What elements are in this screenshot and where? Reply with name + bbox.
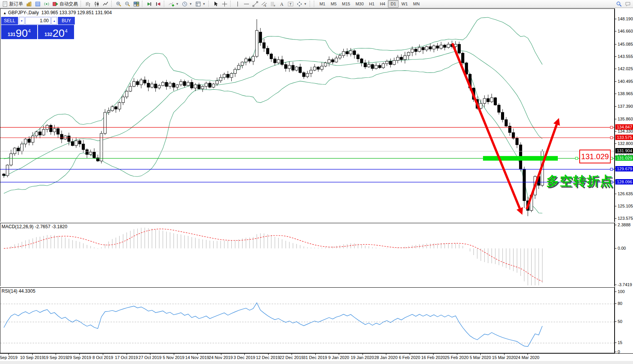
time-axis[interactable]: Sep 201910 Sep 201919 Sep 201929 Sep 201… — [0, 353, 633, 361]
equidistant-channel-button[interactable]: E — [260, 0, 269, 8]
candle — [42, 129, 45, 135]
date-label: 15 Mar 2020 — [492, 355, 516, 360]
candle — [17, 148, 20, 152]
ask-integer: 132 — [45, 32, 52, 37]
sell-price-button[interactable]: 131904 — [1, 25, 37, 39]
price-chart-canvas[interactable] — [0, 9, 614, 222]
candle — [201, 86, 204, 89]
support-zone-bar[interactable] — [483, 156, 558, 161]
timeframe-mn-button[interactable]: MN — [410, 0, 422, 8]
macd-signal-line — [4, 229, 542, 282]
toolbar-separator — [111, 1, 113, 7]
candle — [241, 62, 244, 66]
rsi-tick: 100 — [618, 289, 625, 294]
support-price-label[interactable]: 131.029 — [579, 150, 611, 163]
autotrading-button[interactable]: 自动交易 — [51, 0, 79, 8]
text-label-button[interactable]: T — [286, 0, 295, 8]
timeframe-m30-button[interactable]: M30 — [353, 0, 366, 8]
chart-shift-button[interactable] — [154, 0, 163, 8]
date-label: 16 Feb 2020 — [421, 355, 445, 360]
buy-price-button[interactable]: 132204 — [38, 25, 74, 39]
main-toolbar: 新订单自动交易▼▼▼EFAT▼M1M5M15M30H1H4D1W1MN — [0, 0, 633, 8]
buy-button[interactable]: BUY — [58, 17, 75, 25]
date-label: 12 Dec 2019 — [256, 355, 280, 360]
candle — [458, 44, 460, 53]
timeframe-d1-button[interactable]: D1 — [388, 0, 399, 8]
candle — [140, 80, 143, 85]
mt4-terminal: { "toolbar": { "items": [ {"name":"new-o… — [0, 0, 633, 364]
timeframe-m15-button[interactable]: M15 — [339, 0, 353, 8]
trendline-button[interactable] — [251, 0, 260, 8]
timeframe-w1-button[interactable]: W1 — [399, 0, 410, 8]
turning-point-note[interactable]: 多空转折点 — [546, 173, 613, 190]
volume-increase-button[interactable]: ▲ — [51, 17, 57, 25]
bar-chart-button[interactable] — [84, 0, 92, 8]
candle — [194, 85, 197, 88]
market-watch-button[interactable] — [33, 0, 42, 8]
candle — [125, 91, 128, 97]
price-chart-panel[interactable] — [0, 8, 615, 222]
signals-button[interactable] — [42, 0, 51, 8]
chevron-down-icon: ▼ — [304, 2, 307, 6]
tile-windows-button[interactable] — [132, 0, 141, 8]
ask-point: 4 — [65, 28, 68, 34]
downtrend-arrow[interactable] — [452, 43, 523, 215]
candle — [190, 82, 193, 88]
candle — [425, 47, 428, 50]
candle — [310, 70, 312, 74]
timeframe-h1-button[interactable]: H1 — [366, 0, 377, 8]
price-badge: 129.679 — [615, 166, 633, 171]
date-label: 25 Feb 2020 — [445, 355, 469, 360]
date-label: 28 Jan 2020 — [374, 355, 398, 360]
candle — [86, 150, 88, 155]
sell-button[interactable]: SELL — [1, 17, 18, 25]
candle — [357, 55, 359, 59]
text-button[interactable]: A — [277, 0, 286, 8]
date-label: 6 Feb 2020 — [399, 355, 420, 360]
volume-decrease-button[interactable]: ▼ — [19, 17, 25, 25]
candle — [21, 144, 23, 151]
fibonacci-button[interactable]: F — [269, 0, 277, 8]
cursor-button[interactable] — [211, 0, 220, 8]
candle — [462, 53, 464, 63]
line-chart-button[interactable] — [101, 0, 110, 8]
candle — [115, 107, 117, 109]
zoom-out-button[interactable] — [123, 0, 132, 8]
new-order-button[interactable]: 新订单 — [1, 0, 25, 8]
zoom-in-button[interactable] — [114, 0, 123, 8]
charts-grid-button[interactable] — [25, 0, 33, 8]
arrows-button[interactable]: ▼ — [295, 0, 308, 8]
horizontal-line-button[interactable] — [242, 0, 251, 8]
search-icon[interactable] — [615, 0, 623, 8]
timeframe-m1-button[interactable]: M1 — [317, 0, 328, 8]
candle — [248, 59, 251, 61]
timeframe-m5-button[interactable]: M5 — [328, 0, 339, 8]
candle — [205, 83, 208, 87]
chart-ohlc-values: 130.965 133.379 129.851 131.904 — [41, 10, 112, 15]
indicators-button[interactable]: ▼ — [167, 0, 180, 8]
candlestick-chart-button[interactable] — [92, 0, 101, 8]
reversal-up-arrow[interactable] — [527, 118, 560, 209]
timeframe-h4-button[interactable]: H4 — [377, 0, 388, 8]
macd-splitter[interactable] — [0, 222, 615, 223]
templates-button[interactable]: ▼ — [194, 0, 207, 8]
auto-scroll-button[interactable] — [145, 0, 154, 8]
candle — [299, 67, 302, 73]
date-label: 3 Dec 2019 — [234, 355, 255, 360]
candle — [480, 104, 482, 109]
rsi-splitter[interactable] — [0, 286, 615, 287]
candle — [324, 63, 327, 66]
chat-icon[interactable] — [623, 0, 632, 8]
candle — [407, 52, 410, 56]
candle — [75, 141, 77, 146]
crosshair-button[interactable] — [220, 0, 229, 8]
volume-input[interactable] — [25, 17, 51, 25]
candle — [78, 141, 81, 144]
periods-button[interactable]: ▼ — [180, 0, 194, 8]
vertical-line-button[interactable] — [233, 0, 242, 8]
price-tick: 125.105 — [618, 204, 633, 208]
price-axis[interactable]: 148.190146.660145.085143.555142.025140.4… — [615, 8, 633, 361]
candle — [512, 133, 515, 138]
date-label: 17 Oct 2019 — [115, 355, 138, 360]
date-label: 19 Jan 2020 — [351, 355, 374, 360]
